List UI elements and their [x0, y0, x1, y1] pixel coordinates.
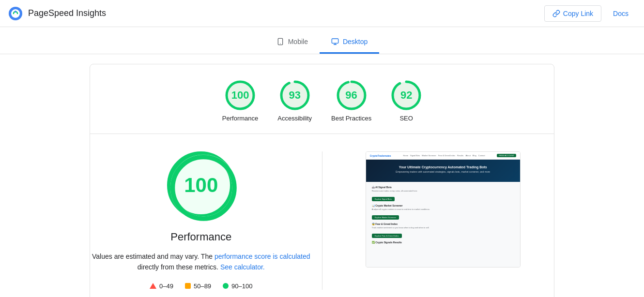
calculator-link[interactable]: See calculator. [220, 263, 265, 271]
preview-nav-cta: FREE ACCOUNT [497, 154, 516, 157]
link-icon [552, 10, 560, 17]
tab-desktop-label: Desktop [343, 38, 368, 45]
website-preview: CryptoTrademates Home Signal Bots Market… [366, 151, 521, 267]
preview-hero-title: Your Ultimate Cryptocurrency Automated T… [374, 165, 512, 169]
legend-square-icon [185, 283, 191, 289]
big-score-title: Performance [170, 231, 231, 243]
legend-item-good: 90–100 [223, 282, 252, 290]
preview-section-3: ✅ Crypto Signals Results [372, 241, 514, 244]
score-card-seo[interactable]: 92 SEO [391, 80, 422, 122]
legend-range-good: 90–100 [231, 282, 252, 290]
tab-mobile[interactable]: Mobile [265, 33, 320, 54]
legend-item-fail: 0–49 [150, 282, 173, 290]
preview-hero-sub: Empowering traders with automated strate… [374, 170, 512, 173]
score-circle-best-practices: 96 [336, 80, 367, 111]
legend-range-fail: 0–49 [159, 282, 173, 290]
score-circle-seo: 92 [391, 80, 422, 111]
score-value-accessibility: 93 [289, 89, 300, 102]
score-card-performance[interactable]: 100 Performance [222, 80, 258, 122]
tabs-container: Mobile Desktop [0, 27, 644, 54]
main-split: 100 Performance Values are estimated and… [90, 142, 554, 297]
score-divider [90, 134, 554, 134]
score-card-best-practices[interactable]: 96 Best Practices [331, 80, 371, 122]
header-right: Copy Link Docs [544, 5, 636, 22]
preview-section-0: 🤖 AI Signal Bots Receive auto trades on … [372, 186, 514, 201]
tab-mobile-label: Mobile [288, 38, 308, 45]
perf-score-link[interactable]: performance score is calculated [215, 252, 310, 260]
legend: 0–49 50–89 90–100 [150, 282, 252, 290]
score-label-best-practices: Best Practices [331, 115, 371, 122]
preview-hero: Your Ultimate Cryptocurrency Automated T… [366, 160, 520, 182]
score-value-seo: 92 [400, 89, 412, 102]
preview-section-1: 📊 Crypto Market Screener Analyze all cry… [372, 204, 514, 220]
big-score-circle: 100 [167, 151, 235, 219]
preview-nav: CryptoTrademates Home Signal Bots Market… [366, 152, 520, 160]
tab-desktop[interactable]: Desktop [320, 33, 379, 54]
svg-point-1 [11, 9, 20, 18]
psi-logo-icon [8, 6, 23, 21]
main-content: 100 Performance 93 Accessibility [0, 64, 644, 297]
mobile-icon [276, 38, 284, 45]
legend-circle-icon [223, 283, 229, 289]
preview-nav-links: Home Signal Bots Market Screener Fear & … [403, 154, 485, 157]
score-circle-accessibility: 93 [279, 80, 310, 111]
score-circle-performance: 100 [225, 80, 256, 111]
desktop-icon [331, 38, 339, 45]
big-score-value: 100 [184, 174, 218, 197]
copy-link-button[interactable]: Copy Link [544, 5, 601, 22]
legend-triangle-icon [150, 283, 156, 289]
score-cards: 100 Performance 93 Accessibility [90, 76, 554, 126]
right-panel: CryptoTrademates Home Signal Bots Market… [322, 151, 554, 267]
preview-inner: CryptoTrademates Home Signal Bots Market… [366, 152, 520, 267]
preview-section-2: 😨 Fear & Greed Index Track market sentim… [372, 223, 514, 238]
header-left: PageSpeed Insights [8, 6, 106, 21]
svg-rect-5 [332, 39, 338, 43]
docs-button[interactable]: Docs [605, 6, 636, 21]
legend-range-average: 50–89 [194, 282, 211, 290]
score-label-performance: Performance [222, 115, 258, 122]
performance-description: Values are estimated and may vary. The p… [90, 251, 312, 273]
preview-content: 🤖 AI Signal Bots Receive auto trades on … [366, 182, 520, 267]
score-card-accessibility[interactable]: 93 Accessibility [277, 80, 312, 122]
score-label-seo: SEO [399, 115, 413, 122]
score-label-accessibility: Accessibility [277, 115, 312, 122]
svg-point-2 [15, 11, 16, 13]
score-cards-section: 100 Performance 93 Accessibility [90, 64, 554, 297]
header: PageSpeed Insights Copy Link Docs [0, 0, 644, 27]
legend-item-average: 50–89 [185, 282, 211, 290]
app-title: PageSpeed Insights [28, 8, 106, 18]
score-value-best-practices: 96 [345, 89, 357, 102]
score-value-performance: 100 [231, 89, 249, 102]
preview-nav-logo: CryptoTrademates [370, 154, 391, 157]
left-panel: 100 Performance Values are estimated and… [90, 151, 322, 290]
